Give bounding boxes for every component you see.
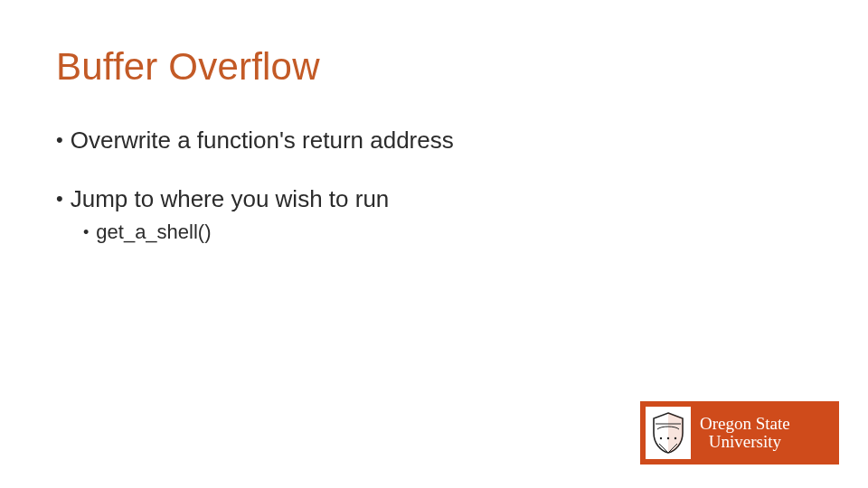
slide: Buffer Overflow • Overwrite a function's… [0,0,868,488]
svg-point-2 [675,437,676,439]
osu-logo-line1: Oregon State [700,415,790,433]
bullet-level2: • get_a_shell() [83,221,814,244]
bullet-level1: • Jump to where you wish to run [56,185,814,213]
osu-logo: Oregon State University [640,401,839,465]
bullet-level1: • Overwrite a function's return address [56,127,814,155]
osu-shield-icon [646,407,691,459]
osu-logo-line2: University [700,433,790,451]
slide-body: • Overwrite a function's return address … [56,127,814,244]
bullet-text: Overwrite a function's return address [71,127,454,155]
osu-logo-text: Oregon State University [700,415,790,451]
slide-title: Buffer Overflow [56,45,320,89]
svg-point-0 [660,437,662,439]
bullet-text: get_a_shell() [96,221,211,244]
bullet-dot-icon: • [83,221,89,244]
bullet-dot-icon: • [56,127,63,154]
bullet-text: Jump to where you wish to run [71,185,390,213]
bullet-dot-icon: • [56,185,63,212]
svg-point-1 [667,437,669,439]
